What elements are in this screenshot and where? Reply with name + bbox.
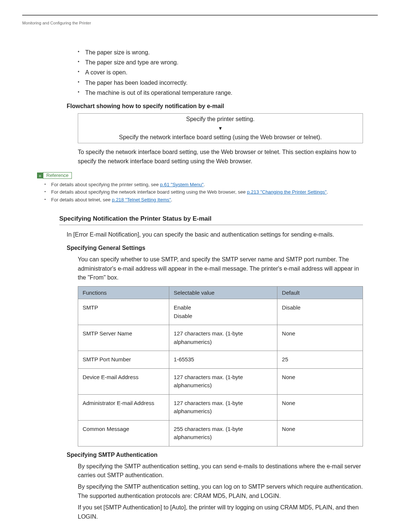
cell-default: None bbox=[277, 325, 363, 351]
list-item: For details about specifying the network… bbox=[44, 188, 363, 196]
cell-function: Device E-mail Address bbox=[78, 368, 169, 394]
flow-step-2: Specify the network interface board sett… bbox=[78, 132, 363, 143]
cell-value: 255 characters max. (1-byte alphanumeric… bbox=[169, 420, 277, 446]
table-row: SMTP Port Number 1-65535 25 bbox=[78, 351, 363, 369]
cell-function: SMTP Port Number bbox=[78, 351, 169, 369]
flow-arrow-icon: ▼ bbox=[78, 125, 363, 132]
cell-function: SMTP Server Name bbox=[78, 325, 169, 351]
list-item: The paper size is wrong. bbox=[78, 47, 363, 57]
col-functions: Functions bbox=[78, 287, 169, 299]
section-intro: In [Error E-mail Notification], you can … bbox=[67, 230, 363, 240]
general-settings-table: Functions Selectable value Default SMTP … bbox=[78, 286, 363, 446]
smtp-auth-heading: Specifying SMTP Authentication bbox=[67, 452, 363, 458]
cell-value: 127 characters max. (1-byte alphanumeric… bbox=[169, 325, 277, 351]
general-settings-heading: Specifying General Settings bbox=[67, 245, 363, 251]
flowchart-heading: Flowchart showing how to specify notific… bbox=[67, 103, 363, 110]
cell-default: None bbox=[277, 368, 363, 394]
ref-text: . bbox=[327, 189, 328, 195]
smtp-auth-para-2: By specifying the SMTP authentication se… bbox=[78, 482, 363, 501]
cell-function: Common Message bbox=[78, 420, 169, 446]
cell-default: 25 bbox=[277, 351, 363, 369]
table-row: Device E-mail Address 127 characters max… bbox=[78, 368, 363, 394]
cell-value: 127 characters max. (1-byte alphanumeric… bbox=[169, 368, 277, 394]
reference-list: For details about specifying the printer… bbox=[44, 181, 363, 204]
flowchart-box: Specify the printer setting. ▼ Specify t… bbox=[78, 113, 363, 143]
link-changing-printer-settings[interactable]: p.213 "Changing the Printer Settings" bbox=[247, 189, 327, 195]
col-default: Default bbox=[277, 287, 363, 299]
table-row: Common Message 255 characters max. (1-by… bbox=[78, 420, 363, 446]
section-heading-notification: Specifying Notification the Printer Stat… bbox=[59, 215, 363, 225]
list-item: The paper size and type are wrong. bbox=[78, 57, 363, 67]
col-selectable-value: Selectable value bbox=[169, 287, 277, 299]
link-telnet-setting-items[interactable]: p.218 "Telnet Setting Items" bbox=[112, 197, 171, 203]
ref-text: For details about specifying the printer… bbox=[51, 182, 160, 187]
list-item: The paper has been loaded incorrectly. bbox=[78, 78, 363, 88]
list-item: For details about specifying the printer… bbox=[44, 181, 363, 189]
list-item: A cover is open. bbox=[78, 67, 363, 77]
table-row: SMTP Server Name 127 characters max. (1-… bbox=[78, 325, 363, 351]
cell-value: 1-65535 bbox=[169, 351, 277, 369]
error-bullet-list: The paper size is wrong. The paper size … bbox=[78, 47, 363, 98]
reference-box: ≡ Reference bbox=[37, 172, 363, 179]
cell-default: Disable bbox=[277, 299, 363, 325]
flow-step-1: Specify the printer setting. bbox=[78, 114, 363, 125]
reference-icon: ≡ bbox=[37, 173, 43, 178]
ref-text: For details about specifying the network… bbox=[51, 189, 247, 195]
cell-default: None bbox=[277, 420, 363, 446]
cell-default: None bbox=[277, 394, 363, 420]
cell-value: 127 characters max. (1-byte alphanumeric… bbox=[169, 394, 277, 420]
cell-value: Enable Disable bbox=[169, 299, 277, 325]
ref-text: For details about telnet, see bbox=[51, 197, 112, 203]
reference-label: Reference bbox=[43, 172, 72, 179]
flowchart-note: To specify the network interface board s… bbox=[78, 148, 363, 166]
table-row: SMTP Enable Disable Disable bbox=[78, 299, 363, 325]
ref-text: . bbox=[171, 197, 173, 203]
breadcrumb: Monitoring and Configuring the Printer bbox=[22, 21, 400, 25]
smtp-auth-para-3: If you set [SMTP Authentication] to [Aut… bbox=[78, 503, 363, 522]
cell-function: SMTP bbox=[78, 299, 169, 325]
list-item: The machine is out of its operational te… bbox=[78, 88, 363, 98]
link-system-menu[interactable]: p.61 "System Menu" bbox=[160, 182, 204, 187]
general-settings-para: You can specify whether to use SMTP, and… bbox=[78, 255, 363, 282]
smtp-auth-para-1: By specifying the SMTP authentication se… bbox=[78, 462, 363, 481]
table-row: Administrator E-mail Address 127 charact… bbox=[78, 394, 363, 420]
cell-function: Administrator E-mail Address bbox=[78, 394, 169, 420]
ref-text: . bbox=[204, 182, 205, 187]
list-item: For details about telnet, see p.218 "Tel… bbox=[44, 196, 363, 204]
